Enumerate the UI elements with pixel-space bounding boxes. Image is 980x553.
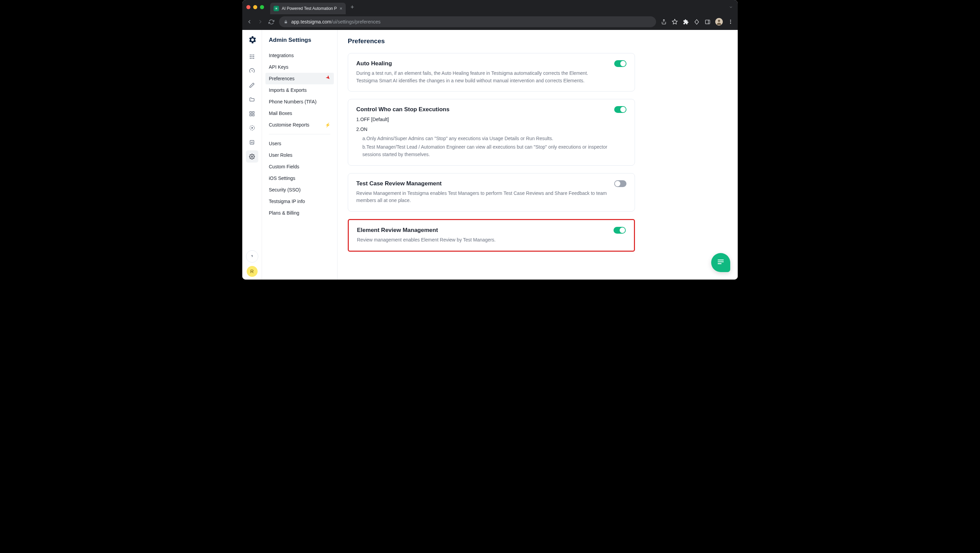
sidebar-item-testsigma-ip-info[interactable]: Testsigma IP info <box>266 195 334 207</box>
tab-favicon <box>274 6 279 11</box>
chat-fab[interactable] <box>711 253 730 272</box>
svg-rect-3 <box>705 20 710 24</box>
rail-settings-icon[interactable] <box>246 150 258 162</box>
address-bar[interactable]: app.testsigma.com/ui/settings/preference… <box>279 16 656 27</box>
forward-button[interactable] <box>257 19 263 25</box>
rail-apps-icon[interactable] <box>246 50 258 63</box>
rail-dashboard-icon[interactable] <box>246 65 258 77</box>
sidebar-item-security-sso-[interactable]: Security (SSO) <box>266 184 334 195</box>
rail-help-icon[interactable] <box>246 250 258 262</box>
sidebar-item-label: Testsigma IP info <box>269 199 305 204</box>
minimize-window-button[interactable] <box>253 5 257 9</box>
svg-marker-2 <box>672 19 678 24</box>
sidebar-item-label: Mail Boxes <box>269 111 292 116</box>
preference-card-auto-healing: Auto Healing During a test run, if an el… <box>348 53 635 92</box>
sidebar-item-label: API Keys <box>269 64 288 70</box>
sidebar-item-label: iOS Settings <box>269 175 295 181</box>
sidebar-item-mail-boxes[interactable]: Mail Boxes <box>266 108 334 119</box>
sidebar-item-phone-numbers-tfa-[interactable]: Phone Numbers (TFA) <box>266 96 334 108</box>
annotation-arrow-icon: ➤ <box>324 73 332 81</box>
profile-avatar[interactable] <box>715 18 723 25</box>
rail-edit-icon[interactable] <box>246 79 258 91</box>
sidebar-item-customise-reports[interactable]: Customise Reports⚡ <box>266 119 334 130</box>
svg-point-8 <box>730 21 731 22</box>
svg-point-12 <box>253 54 254 56</box>
preference-card-testcase-review: Test Case Review Management Review Manag… <box>348 173 635 211</box>
svg-point-16 <box>250 58 251 59</box>
toggle-element-review[interactable] <box>614 227 626 234</box>
rail-reports-icon[interactable] <box>246 136 258 148</box>
rail-grid-icon[interactable] <box>246 108 258 120</box>
toggle-auto-healing[interactable] <box>614 60 627 67</box>
leaf-icon[interactable] <box>694 19 700 25</box>
preference-card-element-review: Element Review Management Review managem… <box>348 219 635 252</box>
sidebar-item-label: Security (SSO) <box>269 187 301 192</box>
card-sub-line: 2.ON <box>356 126 614 133</box>
card-description: Review Management in Testsigma enables T… <box>356 190 608 204</box>
svg-point-18 <box>253 58 254 59</box>
sidebar-item-label: Users <box>269 141 282 146</box>
sidebar-item-users[interactable]: Users <box>266 138 334 149</box>
card-title: Element Review Management <box>357 227 496 234</box>
svg-point-0 <box>275 8 277 9</box>
toggle-testcase-review[interactable] <box>614 180 627 187</box>
back-button[interactable] <box>247 19 253 25</box>
sidebar-item-label: Preferences <box>269 76 294 81</box>
maximize-window-button[interactable] <box>260 5 264 9</box>
sidebar-item-preferences[interactable]: Preferences➤ <box>266 73 334 84</box>
svg-rect-22 <box>253 114 254 116</box>
window-controls <box>247 5 264 9</box>
sidebar-item-integrations[interactable]: Integrations <box>266 50 334 61</box>
reload-button[interactable] <box>268 19 274 25</box>
browser-tab[interactable]: AI Powered Test Automation P × <box>270 3 346 14</box>
app-logo[interactable] <box>247 35 257 45</box>
sidebar-item-label: Imports & Exports <box>269 87 307 93</box>
sidebar-item-imports-exports[interactable]: Imports & Exports <box>266 84 334 96</box>
svg-rect-1 <box>285 22 287 24</box>
tabs-dropdown-icon[interactable] <box>729 5 733 9</box>
icon-rail: R <box>242 30 262 280</box>
sidebar-title: Admin Settings <box>266 37 334 50</box>
panel-icon[interactable] <box>705 19 711 25</box>
toggle-stop-executions[interactable] <box>614 106 627 113</box>
sidebar-divider <box>269 134 331 134</box>
new-tab-button[interactable]: + <box>350 4 354 11</box>
share-icon[interactable] <box>661 19 667 24</box>
svg-point-15 <box>253 56 254 57</box>
card-title: Control Who can Stop Executions <box>356 106 614 113</box>
card-description: During a test run, if an element fails, … <box>356 70 608 84</box>
rail-user-avatar[interactable]: R <box>247 266 258 277</box>
card-sub-line: 1.OFF [Default] <box>356 116 614 124</box>
sidebar-item-plans-billing[interactable]: Plans & Billing <box>266 207 334 219</box>
kebab-menu-icon[interactable] <box>727 19 733 24</box>
lock-icon <box>284 20 288 24</box>
svg-rect-20 <box>253 111 254 113</box>
sidebar-item-ios-settings[interactable]: iOS Settings <box>266 172 334 184</box>
sidebar-item-label: Custom Fields <box>269 164 299 169</box>
bookmark-star-icon[interactable] <box>672 19 678 25</box>
svg-marker-24 <box>251 127 253 129</box>
main-content: Preferences Auto Healing During a test r… <box>337 30 738 280</box>
bolt-icon: ⚡ <box>325 122 331 127</box>
svg-point-17 <box>251 58 253 59</box>
svg-rect-21 <box>250 114 251 116</box>
sidebar-item-user-roles[interactable]: User Roles <box>266 149 334 161</box>
sidebar-item-label: Plans & Billing <box>269 210 299 216</box>
svg-point-11 <box>251 54 253 56</box>
close-window-button[interactable] <box>247 5 250 9</box>
browser-chrome: AI Powered Test Automation P × + <box>242 0 738 30</box>
rail-run-icon[interactable] <box>246 122 258 134</box>
sidebar-item-custom-fields[interactable]: Custom Fields <box>266 161 334 172</box>
tab-title: AI Powered Test Automation P <box>282 6 337 11</box>
svg-point-14 <box>251 56 253 57</box>
tab-close-icon[interactable]: × <box>340 6 342 11</box>
sidebar-item-api-keys[interactable]: API Keys <box>266 61 334 73</box>
svg-point-9 <box>730 23 731 24</box>
rail-folder-icon[interactable] <box>246 93 258 105</box>
card-description: Review management enables Element Review… <box>357 236 496 244</box>
url-text: app.testsigma.com/ui/settings/preference… <box>291 19 380 24</box>
extensions-icon[interactable] <box>682 19 689 25</box>
sidebar-item-label: Phone Numbers (TFA) <box>269 99 317 105</box>
svg-point-13 <box>250 56 251 57</box>
preference-card-stop-executions: Control Who can Stop Executions 1.OFF [D… <box>348 99 635 165</box>
